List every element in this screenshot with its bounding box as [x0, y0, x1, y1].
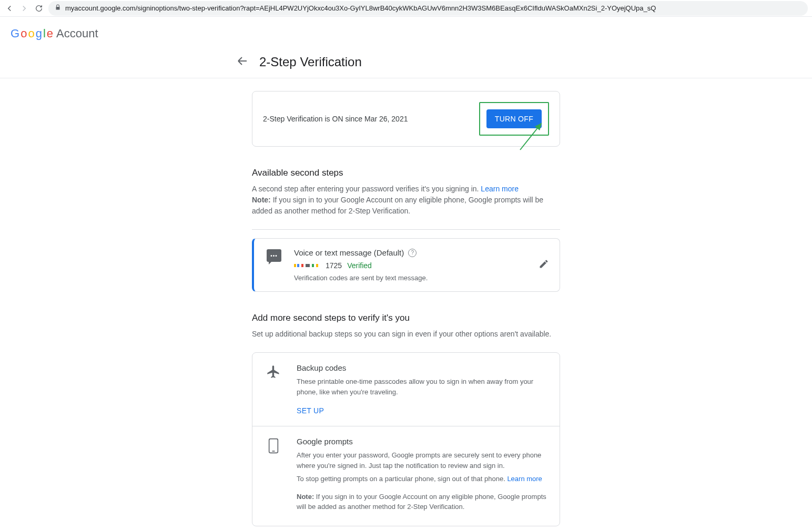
browser-toolbar: myaccount.google.com/signinoptions/two-s…	[0, 0, 812, 17]
url-bar[interactable]: myaccount.google.com/signinoptions/two-s…	[48, 1, 808, 16]
more-steps-card: Backup codes These printable one-time pa…	[252, 352, 560, 526]
phone-icon	[265, 437, 282, 515]
default-method-card: ••• Voice or text message (Default) ? 17…	[252, 238, 560, 292]
more-steps-section: Add more second steps to verify it's you…	[252, 313, 560, 526]
more-steps-title: Add more second steps to verify it's you	[252, 313, 560, 323]
verified-label: Verified	[347, 261, 372, 270]
obscured-digits	[294, 262, 320, 269]
page-title: 2-Step Verification	[259, 55, 362, 69]
google-logo[interactable]: Google Account	[11, 27, 98, 40]
available-steps-note: Note: If you sign in to your Google Acco…	[252, 195, 560, 217]
back-arrow-icon[interactable]	[236, 55, 249, 69]
learn-more-link[interactable]: Learn more	[481, 185, 519, 193]
help-icon[interactable]: ?	[408, 249, 417, 257]
status-card: 2-Step Verification is ON since Mar 26, …	[252, 91, 560, 147]
backup-codes-row: Backup codes These printable one-time pa…	[252, 353, 560, 426]
setup-button[interactable]: SET UP	[297, 406, 324, 415]
forward-icon[interactable]	[19, 3, 29, 14]
edit-icon[interactable]	[539, 259, 549, 271]
page-title-bar: 2-Step Verification	[0, 50, 812, 78]
lock-icon	[55, 4, 61, 12]
backup-codes-desc: These printable one-time passcodes allow…	[297, 376, 547, 397]
turn-off-button[interactable]: TURN OFF	[486, 109, 542, 128]
status-text: 2-Step Verification is ON since Mar 26, …	[263, 115, 408, 123]
reload-icon[interactable]	[34, 3, 44, 14]
phone-row: 1725 Verified	[294, 261, 549, 270]
google-prompts-title: Google prompts	[297, 437, 547, 446]
back-icon[interactable]	[4, 3, 15, 14]
google-prompts-desc: After you enter your password, Google pr…	[297, 450, 547, 512]
available-steps-desc: A second step after entering your passwo…	[252, 184, 560, 195]
annotation-highlight: TURN OFF	[479, 102, 549, 136]
airplane-icon	[265, 363, 282, 415]
learn-more-link-2[interactable]: Learn more	[507, 475, 542, 483]
available-steps-section: Available second steps A second step aft…	[252, 168, 560, 292]
more-steps-desc: Set up additional backup steps so you ca…	[252, 329, 560, 340]
google-prompts-row: Google prompts After you enter your pass…	[252, 426, 560, 526]
main-content: 2-Step Verification is ON since Mar 26, …	[252, 78, 560, 526]
sms-icon: •••	[267, 249, 281, 262]
phone-last4: 1725	[326, 261, 342, 270]
method-title: Voice or text message (Default) ?	[294, 248, 549, 257]
available-steps-title: Available second steps	[252, 168, 560, 178]
url-text: myaccount.google.com/signinoptions/two-s…	[65, 4, 656, 12]
backup-codes-title: Backup codes	[297, 363, 547, 372]
method-note: Verification codes are sent by text mess…	[294, 274, 549, 282]
divider	[252, 229, 560, 230]
app-header: Google Account	[0, 17, 812, 50]
account-label: Account	[56, 27, 98, 40]
